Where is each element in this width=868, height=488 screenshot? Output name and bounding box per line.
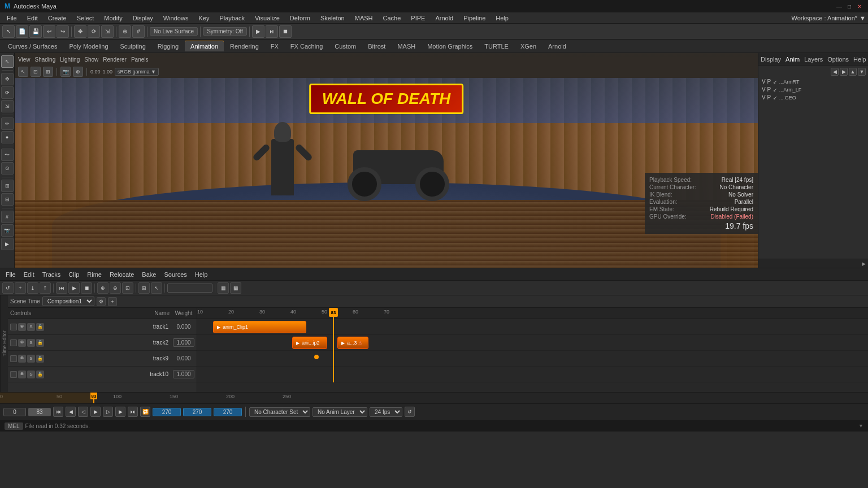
track1-lock[interactable]: 🔒 [36, 323, 44, 331]
toolbar-ipr-btn[interactable]: ⏯ [266, 25, 278, 38]
clip-anim-clip2[interactable]: ▶ ani...ip2 [292, 337, 327, 349]
menu-modify[interactable]: Modify [99, 14, 127, 23]
trax-menu-edit[interactable]: Edit [20, 270, 38, 279]
composition-select[interactable]: Composition1 [42, 297, 94, 306]
next-key-btn[interactable]: ▷ [103, 407, 113, 417]
tool-extra[interactable]: ⊟ [1, 193, 14, 206]
tool-grid[interactable]: # [1, 211, 14, 223]
menu-windows[interactable]: Windows [159, 14, 193, 23]
track1-solo[interactable]: S [27, 323, 35, 331]
channel-tab-display[interactable]: Display [761, 56, 781, 63]
trax-transport-start[interactable]: ⏮ [56, 282, 67, 294]
menu-display[interactable]: Display [128, 14, 158, 23]
tool-paint[interactable]: ✏ [1, 117, 14, 130]
toolbar-grid-btn[interactable]: # [132, 25, 145, 38]
trax-zoom-out[interactable]: ⊖ [110, 282, 121, 294]
ch-up-btn[interactable]: ▲ [849, 68, 857, 76]
trax-menu-bake[interactable]: Bake [138, 270, 159, 279]
trax-menu-rime[interactable]: Rime [84, 270, 105, 279]
menu-deform[interactable]: Deform [285, 14, 315, 23]
channel-tab-anim[interactable]: Anim [785, 56, 800, 63]
vp-cam-2[interactable]: ⊕ [73, 67, 83, 77]
menu-file[interactable]: File [2, 14, 21, 23]
toolbar-file-btn[interactable]: 📄 [16, 25, 28, 38]
minimize-button[interactable]: — [835, 2, 843, 10]
tab-fx-caching[interactable]: FX Caching [285, 41, 328, 51]
track9-solo[interactable]: S [27, 355, 35, 363]
tool-curve[interactable]: 〜 [1, 149, 14, 161]
toolbar-stop-btn[interactable]: ⏹ [279, 25, 292, 38]
start-frame-input[interactable] [3, 408, 26, 416]
trax-export-btn[interactable]: ⤒ [40, 282, 51, 294]
tool-rotate[interactable]: ⟳ [1, 86, 14, 99]
track2-lock[interactable]: 🔒 [36, 339, 44, 347]
lighting-menu[interactable]: Lighting [60, 56, 80, 63]
trax-menu-tracks[interactable]: Tracks [39, 270, 64, 279]
track10-lock[interactable]: 🔒 [36, 371, 44, 378]
menu-select[interactable]: Select [72, 14, 99, 23]
tool-move[interactable]: ✥ [1, 73, 14, 85]
trax-menu-clip[interactable]: Clip [65, 270, 83, 279]
menu-pipeline[interactable]: Pipeline [459, 14, 490, 23]
tool-show-manipulator[interactable]: ⊞ [1, 180, 14, 192]
tool-camera[interactable]: 📷 [1, 224, 14, 237]
track9-lock[interactable]: 🔒 [36, 355, 44, 363]
menu-arnold[interactable]: Arnold [431, 14, 458, 23]
tab-animation[interactable]: Animation [185, 41, 224, 51]
clip-anim-clip3[interactable]: ▶ a...3 ⚠ [337, 337, 368, 349]
panels-menu[interactable]: Panels [131, 56, 149, 63]
menu-help[interactable]: Help [491, 14, 513, 23]
tab-rigging[interactable]: Rigging [152, 41, 184, 51]
tab-motion-graphics[interactable]: Motion Graphics [422, 41, 478, 51]
menu-pipe[interactable]: PIPE [406, 14, 429, 23]
tab-turtle[interactable]: TURTLE [479, 41, 514, 51]
next-frame-btn[interactable]: ▶ [115, 407, 125, 417]
range-total-input[interactable] [214, 408, 242, 416]
track10-weight[interactable] [173, 370, 194, 378]
comp-settings-btn[interactable]: ⚙ [97, 297, 106, 306]
no-live-surface-btn[interactable]: No Live Surface [150, 27, 198, 36]
tab-custom[interactable]: Custom [329, 41, 362, 51]
menu-key[interactable]: Key [194, 14, 214, 23]
toolbar-save-btn[interactable]: 💾 [29, 25, 42, 38]
trax-menu-help[interactable]: Help [192, 270, 211, 279]
gamma-select[interactable]: sRGB gamma ▼ [115, 68, 159, 76]
menu-mash[interactable]: MASH [350, 14, 377, 23]
tool-select[interactable]: ↖ [1, 55, 14, 68]
vp-tool-1[interactable]: ↖ [18, 67, 28, 77]
prev-key-btn[interactable]: ◁ [78, 407, 88, 417]
menu-cache[interactable]: Cache [379, 14, 406, 23]
channel-tab-help[interactable]: Help [853, 56, 866, 63]
toolbar-redo-btn[interactable]: ↪ [57, 25, 69, 38]
current-frame-display[interactable] [28, 408, 51, 416]
tab-xgen[interactable]: XGen [515, 41, 542, 51]
menu-visualize[interactable]: Visualize [250, 14, 284, 23]
toolbar-scale-btn[interactable]: ⇲ [101, 25, 114, 38]
tab-bitrost[interactable]: Bitrost [362, 41, 391, 51]
anim-layer-select[interactable]: No Anim Layer [313, 407, 367, 417]
menu-edit[interactable]: Edit [23, 14, 42, 23]
trax-select-btn[interactable]: ↖ [151, 282, 162, 294]
trax-sync-btn[interactable]: ↺ [2, 282, 14, 294]
track10-check[interactable] [10, 371, 17, 378]
trax-name-field[interactable] [167, 284, 212, 293]
tab-fx[interactable]: FX [265, 41, 284, 51]
prev-frame-btn[interactable]: ◀ [66, 407, 76, 417]
toolbar-undo-btn[interactable]: ↩ [43, 25, 55, 38]
tab-curves-surfaces[interactable]: Curves / Surfaces [2, 41, 63, 51]
menu-create[interactable]: Create [44, 14, 71, 23]
vp-cam-1[interactable]: 📷 [60, 67, 71, 77]
ch-next-btn[interactable]: ▶ [840, 68, 848, 76]
toolbar-render-btn[interactable]: ▶ [252, 25, 264, 38]
range-end-input[interactable] [183, 408, 211, 416]
track1-mute[interactable]: 👁 [18, 323, 26, 331]
ch-prev-btn[interactable]: ◀ [831, 68, 839, 76]
vp-tool-3[interactable]: ⊞ [43, 67, 53, 77]
track1-check[interactable] [10, 324, 17, 330]
tool-sculpt[interactable]: ● [1, 131, 14, 143]
trax-transport-play[interactable]: ▶ [68, 282, 80, 294]
toolbar-rotate-btn[interactable]: ⟳ [88, 25, 100, 38]
close-button[interactable]: ✕ [856, 2, 863, 10]
toolbar-snap-btn[interactable]: ⊕ [119, 25, 131, 38]
tab-sculpting[interactable]: Sculpting [115, 41, 151, 51]
